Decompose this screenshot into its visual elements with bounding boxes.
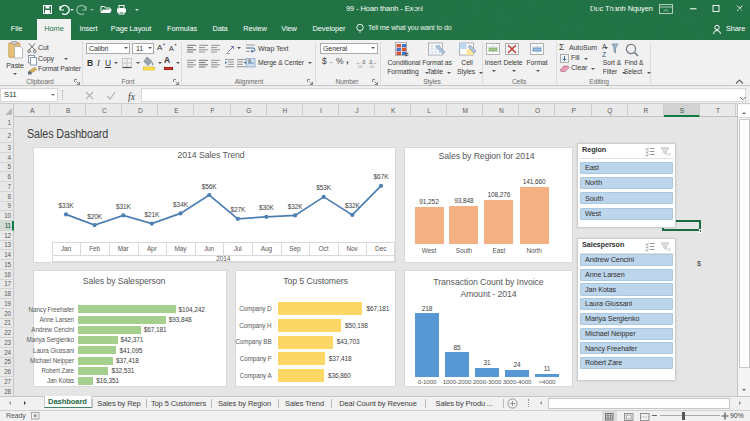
svg-text:.00: .00 — [369, 64, 375, 69]
svg-text:fx: fx — [128, 92, 136, 102]
svg-text:Z: Z — [602, 51, 607, 58]
svg-text:≠: ≠ — [405, 51, 409, 58]
svg-text:.00: .00 — [357, 64, 363, 69]
svg-text:A: A — [602, 43, 607, 50]
